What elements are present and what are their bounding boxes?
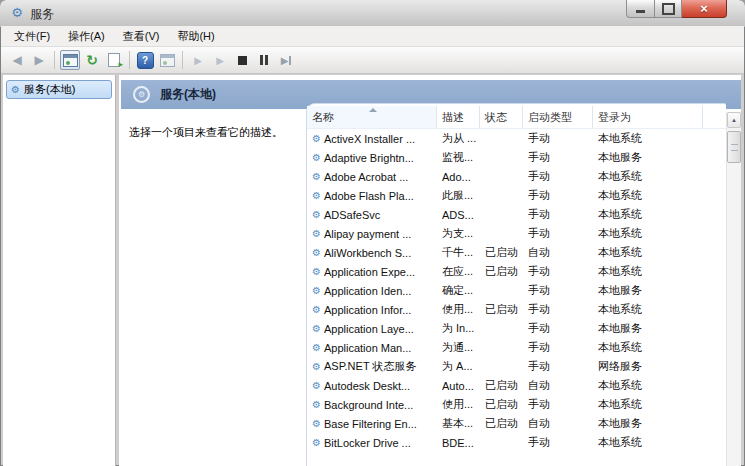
tree-item-label: 服务(本地): [24, 82, 75, 97]
help-button[interactable]: ?: [135, 50, 155, 70]
export-list-button[interactable]: [104, 50, 124, 70]
show-action-pane-button[interactable]: [157, 50, 177, 70]
service-description-cell: 千牛...: [437, 245, 480, 260]
table-row[interactable]: ⚙Application Expe...在应...已启动手动本地系统: [307, 262, 726, 281]
service-startup-type-cell: 自动: [523, 245, 593, 260]
service-startup-type-cell: 手动: [523, 302, 593, 317]
column-header-startup-type[interactable]: 启动类型: [523, 106, 593, 128]
service-name-label: AliWorkbench S...: [324, 247, 411, 259]
service-name-label: Application Laye...: [324, 323, 414, 335]
service-status-cell: 已启动: [480, 264, 523, 279]
table-row[interactable]: ⚙Background Inte...使用...已启动手动本地系统: [307, 395, 726, 414]
table-row[interactable]: ⚙Application Man...为通...手动本地系统: [307, 338, 726, 357]
service-gear-icon: ⚙: [312, 361, 321, 372]
minimize-icon: [636, 10, 645, 13]
table-row[interactable]: ⚙Base Filtering En...基本...已启动自动本地服务: [307, 414, 726, 433]
scroll-up-button[interactable]: ▲: [727, 112, 741, 128]
service-name-cell: ⚙ASP.NET 状态服务: [307, 359, 437, 374]
service-name-label: Background Inte...: [324, 399, 413, 411]
table-row[interactable]: ⚙Adaptive Brightn...监视...手动本地服务: [307, 148, 726, 167]
service-description-cell: 在应...: [437, 264, 480, 279]
service-gear-icon: ⚙: [312, 399, 321, 410]
service-name-cell: ⚙Application Expe...: [307, 266, 437, 278]
stop-service-button[interactable]: [232, 50, 252, 70]
pause-service-button[interactable]: [254, 50, 274, 70]
service-description-cell: 为 A...: [437, 359, 480, 374]
list-header: 名称 描述 状态 启动类型 登录为: [307, 106, 726, 129]
service-name-cell: ⚙Base Filtering En...: [307, 418, 437, 430]
menu-bar: 文件(F) 操作(A) 查看(V) 帮助(H): [1, 26, 744, 47]
table-row[interactable]: ⚙Application Iden...确定...手动本地服务: [307, 281, 726, 300]
window-title: 服务: [30, 6, 54, 23]
action-pane-icon: [160, 54, 175, 67]
service-description-cell: 此服...: [437, 188, 480, 203]
service-logon-cell: 本地系统: [593, 264, 703, 279]
column-header-description[interactable]: 描述: [437, 106, 480, 128]
service-startup-type-cell: 手动: [523, 359, 593, 374]
menu-help[interactable]: 帮助(H): [168, 27, 223, 46]
menu-view[interactable]: 查看(V): [114, 27, 169, 46]
minimize-button[interactable]: [626, 0, 655, 18]
table-row[interactable]: ⚙ASP.NET 状态服务为 A...手动网络服务: [307, 357, 726, 376]
service-name-cell: ⚙AliWorkbench S...: [307, 247, 437, 259]
service-status-cell: 已启动: [480, 397, 523, 412]
service-status-cell: 已启动: [480, 378, 523, 393]
sort-ascending-icon: [369, 108, 377, 112]
service-gear-icon: ⚙: [312, 228, 321, 239]
service-startup-type-cell: 手动: [523, 340, 593, 355]
table-row[interactable]: ⚙Autodesk Deskt...Auto...已启动自动本地系统: [307, 376, 726, 395]
service-name-label: Adobe Flash Pla...: [324, 190, 414, 202]
start-service-icon: ▶: [194, 55, 202, 66]
table-row[interactable]: ⚙Adobe Flash Pla...此服...手动本地系统: [307, 186, 726, 205]
service-logon-cell: 本地系统: [593, 245, 703, 260]
title-bar[interactable]: ⚙ 服务 ×: [0, 0, 745, 27]
table-row[interactable]: ⚙Application Laye...为 In...手动本地服务: [307, 319, 726, 338]
service-startup-type-cell: 手动: [523, 207, 593, 222]
maximize-button[interactable]: [655, 0, 682, 18]
table-row[interactable]: ⚙ADSafeSvcADS...手动本地系统: [307, 205, 726, 224]
service-name-label: ASP.NET 状态服务: [324, 359, 417, 374]
column-header-logon-as[interactable]: 登录为: [593, 106, 703, 128]
service-name-label: BitLocker Drive ...: [324, 437, 411, 449]
table-row[interactable]: ⚙Adobe Acrobat ...Ado...手动本地系统: [307, 167, 726, 186]
service-name-label: Adobe Acrobat ...: [324, 171, 408, 183]
show-console-tree-button[interactable]: [60, 50, 80, 70]
start-service-button[interactable]: ▶: [188, 50, 208, 70]
column-header-status[interactable]: 状态: [480, 106, 523, 128]
service-logon-cell: 本地系统: [593, 435, 703, 450]
table-row[interactable]: ⚙ActiveX Installer ...为从 ...手动本地系统: [307, 129, 726, 148]
table-row[interactable]: ⚙BitLocker Drive ...BDE...手动本地系统: [307, 433, 726, 452]
service-startup-type-cell: 自动: [523, 378, 593, 393]
tree-item-services-local[interactable]: ⚙ 服务(本地): [6, 80, 112, 99]
app-gear-icon: ⚙: [9, 5, 25, 21]
toolbar-separator: [129, 51, 130, 69]
service-gear-icon: ⚙: [312, 304, 321, 315]
service-logon-cell: 本地系统: [593, 302, 703, 317]
table-row[interactable]: ⚙AliWorkbench S...千牛...已启动自动本地系统: [307, 243, 726, 262]
service-gear-icon: ⚙: [312, 171, 321, 182]
table-row[interactable]: ⚙Application Infor...使用...已启动手动本地系统: [307, 300, 726, 319]
forward-button[interactable]: ▶: [29, 50, 49, 70]
scrollbar-thumb[interactable]: [727, 131, 741, 163]
refresh-button[interactable]: ↻: [82, 50, 102, 70]
window-controls: ×: [626, 0, 727, 18]
menu-action[interactable]: 操作(A): [59, 27, 114, 46]
close-button[interactable]: ×: [682, 0, 727, 18]
column-header-name[interactable]: 名称: [307, 106, 437, 128]
service-name-cell: ⚙Adobe Flash Pla...: [307, 190, 437, 202]
service-description-cell: 为从 ...: [437, 131, 480, 146]
service-gear-icon: ⚙: [312, 418, 321, 429]
back-button[interactable]: ◀: [7, 50, 27, 70]
service-description-cell: 基本...: [437, 416, 480, 431]
service-name-cell: ⚙Application Infor...: [307, 304, 437, 316]
resume-service-button[interactable]: ▶: [210, 50, 230, 70]
services-window: ⚙ 服务 × 文件(F) 操作(A) 查看(V) 帮助(H) ◀ ▶ ↻ ? ▶…: [0, 0, 745, 466]
forward-icon: ▶: [34, 53, 43, 67]
service-name-cell: ⚙ActiveX Installer ...: [307, 133, 437, 145]
table-row[interactable]: ⚙Alipay payment ...为支...手动本地系统: [307, 224, 726, 243]
vertical-scrollbar[interactable]: ▲: [726, 112, 741, 466]
restart-service-button[interactable]: ▶: [276, 50, 296, 70]
service-startup-type-cell: 手动: [523, 435, 593, 450]
menu-file[interactable]: 文件(F): [5, 27, 59, 46]
service-logon-cell: 本地系统: [593, 169, 703, 184]
